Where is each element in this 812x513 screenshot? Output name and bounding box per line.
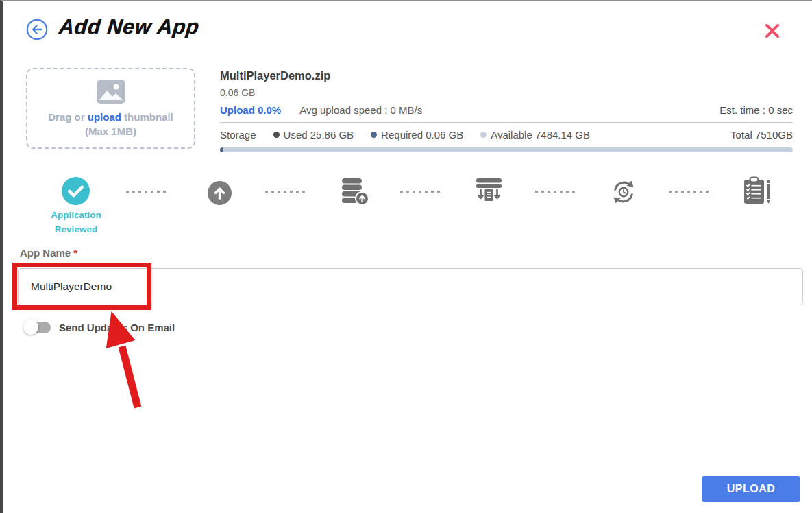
used-dot-icon (273, 132, 280, 138)
upload-button[interactable]: UPLOAD (702, 476, 800, 502)
divider (220, 122, 793, 123)
thumbnail-dropzone[interactable]: Drag or upload thumbnail (Max 1MB) (26, 68, 195, 149)
storage-label: Storage (220, 129, 256, 141)
close-icon (762, 21, 783, 41)
send-updates-toggle[interactable] (23, 321, 51, 334)
step-connector (126, 191, 169, 193)
step-connector (669, 191, 711, 193)
step-connector (400, 191, 443, 193)
page-title: Add New App (58, 15, 200, 38)
avg-upload-speed: Avg upload speed : 0 MB/s (299, 104, 422, 116)
step-sync (610, 179, 637, 208)
storage-used-legend: Used 25.86 GB (273, 129, 354, 141)
step-checklist (742, 176, 772, 208)
database-upload-icon (339, 178, 369, 206)
upload-percentage: Upload 0.0% (220, 104, 281, 116)
estimated-time: Est. time : 0 sec (719, 104, 793, 116)
storage-available-value: Available 7484.14 GB (491, 129, 590, 141)
storage-required-value: Required 0.06 GB (381, 129, 463, 141)
storage-used-value: Used 25.86 GB (284, 129, 354, 141)
image-icon (96, 79, 126, 104)
storage-progress-bar (220, 147, 793, 152)
back-arrow-icon (26, 19, 48, 40)
available-dot-icon (480, 132, 487, 138)
required-asterisk: * (73, 247, 77, 259)
step-database-extract (473, 178, 504, 208)
file-size: 0.06 GB (220, 87, 793, 98)
step-upload (208, 181, 232, 208)
required-dot-icon (371, 132, 377, 138)
upload-progress-row: Upload 0.0% Avg upload speed : 0 MB/s Es… (220, 104, 793, 116)
upload-arrow-circle-icon (208, 181, 232, 205)
toggle-knob (23, 320, 38, 335)
storage-total: Total 7510GB (730, 129, 793, 141)
file-name: MultiPlayerDemo.zip (220, 69, 793, 82)
step-application-reviewed (62, 177, 90, 208)
storage-available-legend: Available 7484.14 GB (480, 129, 590, 141)
storage-required-legend: Required 0.06 GB (371, 129, 463, 141)
dropzone-max-size: (Max 1MB) (27, 126, 194, 137)
file-panel: MultiPlayerDemo.zip 0.06 GB Upload 0.0% … (220, 69, 793, 152)
storage-legend-row: Storage Used 25.86 GB Required 0.06 GB A… (220, 129, 793, 141)
check-circle-icon (62, 177, 90, 205)
dropzone-text-suffix: thumbnail (121, 111, 173, 123)
app-name-label: App Name * (20, 247, 77, 259)
back-button[interactable] (26, 19, 48, 40)
close-button[interactable] (762, 21, 783, 41)
step-connector (265, 191, 308, 193)
step-database-upload (339, 178, 369, 208)
dropzone-text-prefix: Drag or (48, 111, 88, 123)
email-toggle-row: Send Updates On Email (23, 321, 175, 334)
checklist-clipboard-icon (742, 176, 772, 206)
app-name-label-text: App Name (20, 247, 71, 259)
upload-thumbnail-link[interactable]: upload (88, 111, 121, 123)
sync-history-icon (610, 179, 637, 205)
dropzone-text: Drag or upload thumbnail (27, 111, 194, 123)
database-extract-icon (473, 178, 504, 206)
storage-progress-fill (220, 147, 223, 152)
send-updates-label: Send Updates On Email (59, 322, 175, 333)
add-new-app-dialog: Add New App Drag or upload thumbnail (Ma… (0, 0, 812, 513)
step-connector (535, 191, 578, 193)
app-name-input[interactable] (18, 268, 803, 305)
step-label-application-reviewed: Application Reviewed (34, 208, 118, 237)
